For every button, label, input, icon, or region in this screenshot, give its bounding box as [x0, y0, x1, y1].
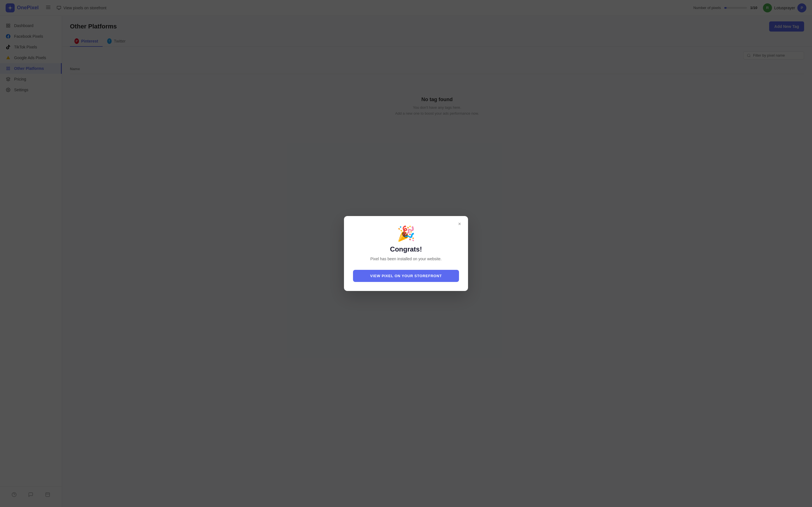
modal-overlay[interactable]: × 🎉 Congrats! Pixel has been installed o…	[0, 0, 812, 507]
modal-close-button[interactable]: ×	[456, 220, 463, 228]
modal-description: Pixel has been installed on your website…	[353, 256, 459, 262]
modal-emoji: 🎉	[353, 226, 459, 241]
modal-title: Congrats!	[353, 245, 459, 253]
view-pixel-storefront-button[interactable]: VIEW PIXEL ON YOUR STOREFRONT	[353, 270, 459, 282]
congrats-modal: × 🎉 Congrats! Pixel has been installed o…	[344, 216, 468, 291]
